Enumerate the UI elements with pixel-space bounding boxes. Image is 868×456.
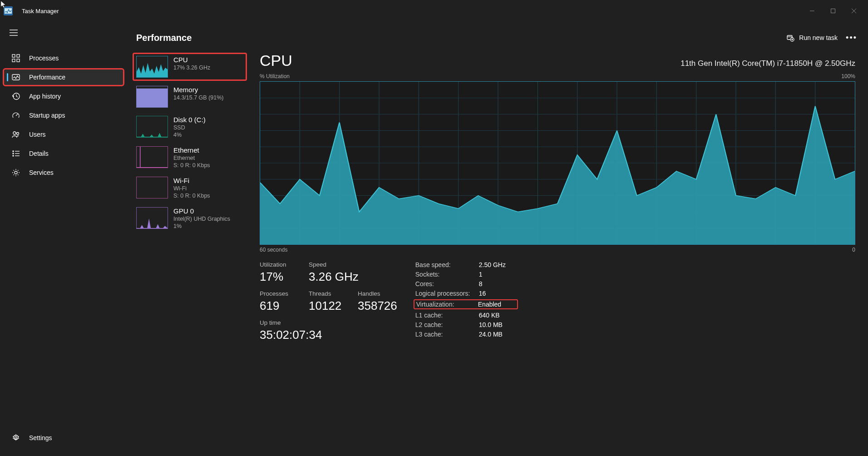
mini-sub: SSD (173, 124, 206, 131)
mini-graph-cpu (136, 56, 168, 78)
sidebar-item-label: App history (29, 93, 61, 100)
mini-panel: CPU 17% 3.26 GHz Memory 14.3/15.7 GB (91… (131, 50, 249, 456)
chart-y-max: 100% (841, 73, 855, 79)
speed-icon (12, 111, 20, 119)
mini-title: GPU 0 (173, 207, 230, 215)
spec-label: L2 cache: (415, 321, 479, 328)
mini-item-memory[interactable]: Memory 14.3/15.7 GB (91%) (133, 83, 247, 111)
mini-sub: Ethernet (173, 155, 210, 161)
mini-item-wifi[interactable]: Wi-Fi Wi-Fi S: 0 R: 0 Kbps (133, 173, 247, 202)
gear-icon (12, 169, 20, 177)
settings-icon (12, 434, 20, 442)
sidebar-item-startup-apps[interactable]: Startup apps (3, 106, 124, 124)
spec-label: Logical processors: (415, 290, 479, 297)
svg-point-17 (13, 151, 14, 152)
users-icon (12, 130, 20, 139)
mini-graph-disk (136, 116, 168, 138)
stat-handles: 358726 (358, 299, 397, 313)
spec-lp: 16 (479, 290, 486, 297)
mini-title: Disk 0 (C:) (173, 116, 206, 124)
sidebar-item-label: Processes (29, 55, 59, 62)
svg-point-18 (13, 153, 14, 154)
spec-base-speed: 2.50 GHz (479, 261, 506, 268)
sidebar-item-settings[interactable]: Settings (3, 429, 124, 447)
spec-label: Virtualization: (416, 301, 478, 308)
close-button[interactable] (843, 4, 864, 18)
history-icon (12, 92, 20, 100)
content-header: Performance Run new task ••• (131, 25, 859, 50)
stat-speed: 3.26 GHz (309, 270, 359, 284)
mini-title: Ethernet (173, 146, 210, 154)
mini-sub: S: 0 R: 0 Kbps (173, 162, 210, 169)
sidebar-item-details[interactable]: Details (3, 144, 124, 163)
cpu-model: 11th Gen Intel(R) Core(TM) i7-11850H @ 2… (681, 59, 855, 68)
spec-l2: 10.0 MB (479, 321, 503, 328)
sidebar-item-processes[interactable]: Processes (3, 49, 124, 67)
mini-sub: S: 0 R: 0 Kbps (173, 193, 210, 199)
svg-point-15 (13, 132, 16, 134)
stat-label: Processes (260, 290, 296, 297)
run-task-label: Run new task (799, 34, 838, 41)
window-title: Task Manager (22, 8, 59, 15)
sidebar-item-label: Performance (29, 74, 65, 81)
detail-panel: CPU 11th Gen Intel(R) Core(TM) i7-11850H… (249, 50, 859, 456)
sidebar-item-app-history[interactable]: App history (3, 87, 124, 105)
stat-label: Speed (309, 261, 359, 268)
mini-sub: 17% 3.26 GHz (173, 64, 210, 71)
svg-rect-2 (831, 9, 835, 13)
grid-icon (12, 54, 20, 62)
stat-uptime: 35:02:07:34 (260, 328, 322, 342)
sidebar: Processes Performance App history Startu… (0, 22, 127, 456)
spec-label: Sockets: (415, 271, 479, 278)
titlebar: Task Manager (0, 0, 868, 22)
mini-sub: Wi-Fi (173, 185, 210, 192)
mini-graph-ethernet (136, 146, 168, 168)
sidebar-item-performance[interactable]: Performance (3, 68, 124, 86)
spec-label: L1 cache: (415, 312, 479, 319)
mini-sub: 4% (173, 132, 206, 138)
stat-utilization: 17% (260, 270, 296, 284)
stat-threads: 10122 (309, 299, 345, 313)
sidebar-item-users[interactable]: Users (3, 125, 124, 144)
performance-icon (12, 73, 20, 81)
sidebar-item-label: Settings (29, 434, 52, 441)
stat-label: Handles (358, 290, 397, 297)
svg-rect-10 (12, 59, 15, 62)
list-icon (12, 149, 20, 158)
detail-title: CPU (260, 52, 292, 69)
mini-graph-memory (136, 86, 168, 108)
run-task-icon (786, 34, 794, 42)
hamburger-button[interactable] (3, 24, 25, 42)
svg-point-16 (17, 133, 19, 135)
maximize-button[interactable] (823, 4, 843, 18)
mini-title: Memory (173, 86, 223, 94)
spec-l1: 640 KB (479, 312, 500, 319)
sidebar-item-label: Startup apps (29, 112, 65, 119)
mini-graph-wifi (136, 177, 168, 198)
page-title: Performance (136, 33, 192, 43)
svg-rect-9 (17, 55, 20, 57)
spec-l3: 24.0 MB (479, 331, 503, 338)
svg-rect-11 (17, 59, 20, 62)
spec-sockets: 1 (479, 271, 483, 278)
mini-item-disk[interactable]: Disk 0 (C:) SSD 4% (133, 113, 247, 141)
spec-label: Base speed: (415, 261, 479, 268)
chart-x-right: 0 (852, 247, 855, 253)
mini-item-ethernet[interactable]: Ethernet Ethernet S: 0 R: 0 Kbps (133, 143, 247, 172)
spec-label: Cores: (415, 280, 479, 287)
mini-item-gpu[interactable]: GPU 0 Intel(R) UHD Graphics 1% (133, 204, 247, 233)
more-button[interactable]: ••• (846, 33, 857, 43)
run-new-task-button[interactable]: Run new task (786, 34, 838, 42)
spec-virtualization: Enabled (478, 301, 501, 308)
mini-graph-gpu (136, 207, 168, 229)
mini-item-cpu[interactable]: CPU 17% 3.26 GHz (133, 53, 247, 81)
mini-sub: 14.3/15.7 GB (91%) (173, 94, 223, 101)
sidebar-item-label: Details (29, 150, 49, 157)
stat-processes: 619 (260, 299, 296, 313)
minimize-button[interactable] (802, 4, 823, 18)
cpu-chart[interactable] (260, 81, 855, 245)
svg-rect-8 (12, 55, 15, 57)
sidebar-item-services[interactable]: Services (3, 164, 124, 182)
mini-title: CPU (173, 56, 210, 64)
stat-label: Threads (309, 290, 345, 297)
